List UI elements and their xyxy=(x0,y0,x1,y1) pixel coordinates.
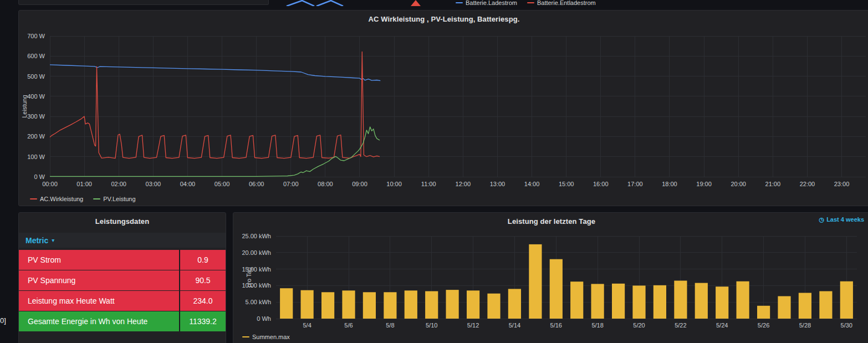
legend-label: Batterie.Ladestrom xyxy=(466,0,517,6)
y-tick-label: 0 W xyxy=(34,173,45,180)
bar-5/29[interactable] xyxy=(819,291,832,319)
legend-series-dash xyxy=(456,2,463,3)
bar-5/13[interactable] xyxy=(487,294,500,319)
bar-5/5[interactable] xyxy=(321,292,334,319)
metric-value: 234.0 xyxy=(179,291,226,311)
panel-leistung-letzte-tage: Leistung der letzten Tage ◷ Last 4 weeks… xyxy=(233,212,868,343)
metric-row: PV Spannung90.5 xyxy=(19,270,226,290)
x-tick-label: 14:00 xyxy=(524,181,540,187)
x-tick-label: 00:00 xyxy=(42,181,58,187)
panel-title-bars[interactable]: Leistung der letzten Tage xyxy=(233,213,868,226)
bar-5/4[interactable] xyxy=(301,290,314,319)
x-tick-label: 11:00 xyxy=(421,181,436,187)
bar-5/18[interactable] xyxy=(591,284,604,319)
bar-5/11[interactable] xyxy=(446,290,459,319)
bar-5/25[interactable] xyxy=(737,281,749,319)
x-tick-label: 5/6 xyxy=(344,322,353,329)
bar-5/22[interactable] xyxy=(674,281,687,319)
x-tick-label: 05:00 xyxy=(215,181,230,187)
panel-title-leistungsdaten[interactable]: Leistungsdaten xyxy=(19,213,226,226)
bar-5/14[interactable] xyxy=(508,289,521,319)
x-tick-label: 21:00 xyxy=(765,181,781,187)
x-tick-label: 01:00 xyxy=(76,181,92,187)
bar-5/12[interactable] xyxy=(467,290,479,319)
x-tick-label: 5/4 xyxy=(303,322,311,329)
clock-icon: ◷ xyxy=(819,217,825,223)
legend-item-Batterie.Entladestrom[interactable]: Batterie.Entladestrom xyxy=(527,0,596,6)
legend-item-Summen.max[interactable]: Summen.max xyxy=(242,334,290,340)
x-tick-label: 04:00 xyxy=(180,181,196,187)
bar-5/20[interactable] xyxy=(632,285,645,319)
bar-5/26[interactable] xyxy=(757,306,770,319)
bar-5/23[interactable] xyxy=(695,283,708,319)
legend-label: PV.Leistung xyxy=(103,196,135,202)
x-tick-label: 5/8 xyxy=(386,322,394,329)
bar-chart[interactable]: 0 Wh5.00 kWh10.00 kWh15.00 kWh20.00 kWh2… xyxy=(234,229,868,332)
legend-item-PV.Leistung[interactable]: PV.Leistung xyxy=(93,196,135,202)
time-override-badge[interactable]: ◷ Last 4 weeks xyxy=(819,216,864,223)
y-axis-label: Leistung xyxy=(21,95,28,118)
metric-name: Leistung max Heute Watt xyxy=(19,291,179,311)
y-tick-label: 0 Wh xyxy=(257,315,271,322)
x-tick-label: 12:00 xyxy=(456,181,471,187)
bar-5/27[interactable] xyxy=(778,296,790,319)
x-tick-label: 16:00 xyxy=(593,181,609,187)
y-tick-label: 100 W xyxy=(27,153,45,160)
bar-5/28[interactable] xyxy=(799,293,811,319)
legend-item-Batterie.Ladestrom[interactable]: Batterie.Ladestrom xyxy=(456,0,517,6)
series-Batteriespg. xyxy=(50,65,380,81)
bar-5/17[interactable] xyxy=(570,281,583,319)
x-tick-label: 22:00 xyxy=(800,181,815,187)
x-tick-label: 19:00 xyxy=(696,181,712,187)
metric-name: Gesamte Energie in Wh von Heute xyxy=(19,311,179,331)
series-AC.Wirkleistung xyxy=(50,52,380,158)
x-tick-label: 07:00 xyxy=(283,181,299,187)
legend-series-dash xyxy=(527,2,534,3)
bar-5/10[interactable] xyxy=(425,291,438,319)
bar-5/16[interactable] xyxy=(550,259,563,319)
metric-row: Leistung max Heute Watt234.0 xyxy=(19,291,226,311)
series-PV.Leistung xyxy=(50,127,380,176)
bar-chart-legend: Summen.max xyxy=(242,334,290,340)
x-tick-label: 5/26 xyxy=(758,322,769,329)
bar-5/30[interactable] xyxy=(840,281,853,319)
y-axis-label: pro Tag xyxy=(246,267,252,288)
x-tick-label: 23:00 xyxy=(834,181,850,187)
time-override-label: Last 4 weeks xyxy=(826,216,864,223)
x-tick-label: 5/14 xyxy=(509,322,520,329)
x-tick-label: 02:00 xyxy=(111,181,126,187)
x-tick-label: 15:00 xyxy=(559,181,574,187)
y-tick-label: 300 W xyxy=(27,113,45,120)
bar-5/7[interactable] xyxy=(363,292,376,319)
y-tick-label: 200 W xyxy=(27,133,45,140)
legend-series-dash xyxy=(242,336,249,337)
bar-5/15[interactable] xyxy=(529,244,542,319)
x-tick-label: 13:00 xyxy=(490,181,506,187)
bar-5/24[interactable] xyxy=(716,286,728,319)
line-chart[interactable]: 00:0001:0002:0003:0004:0005:0006:0007:00… xyxy=(19,27,868,191)
bar-5/9[interactable] xyxy=(405,290,417,319)
x-tick-label: 5/20 xyxy=(633,322,645,329)
metric-row: Gesamte Energie in Wh von Heute11339.2 xyxy=(19,311,226,331)
x-tick-label: 18:00 xyxy=(662,181,677,187)
bar-5/8[interactable] xyxy=(384,292,396,319)
edge-cut-label: 0] xyxy=(0,316,6,325)
x-tick-label: 10:00 xyxy=(386,181,402,187)
cut-blue-line-fragment xyxy=(287,1,314,6)
panel-leistungsdaten: Leistungsdaten Metric ▾ PV Strom0.9PV Sp… xyxy=(18,212,226,343)
x-tick-label: 5/12 xyxy=(467,322,479,329)
y-tick-label: 700 W xyxy=(27,33,45,39)
metric-value: 11339.2 xyxy=(179,311,226,331)
bar-5/6[interactable] xyxy=(342,290,355,319)
y-tick-label: 400 W xyxy=(27,93,45,100)
bar-5/3[interactable] xyxy=(280,288,293,319)
panel-title-main[interactable]: AC Wirkleistung , PV-Leistung, Batteries… xyxy=(19,11,868,23)
bar-5/19[interactable] xyxy=(612,284,625,319)
metric-column-header[interactable]: Metric ▾ xyxy=(19,233,226,248)
cut-red-marker-fragment xyxy=(411,0,421,6)
legend-item-AC.Wirkleistung[interactable]: AC.Wirkleistung xyxy=(30,196,83,202)
bar-5/21[interactable] xyxy=(653,285,666,319)
metric-value: 0.9 xyxy=(179,250,226,270)
metric-rows: PV Strom0.9PV Spannung90.5Leistung max H… xyxy=(19,250,226,332)
legend-label: AC.Wirkleistung xyxy=(40,196,83,202)
